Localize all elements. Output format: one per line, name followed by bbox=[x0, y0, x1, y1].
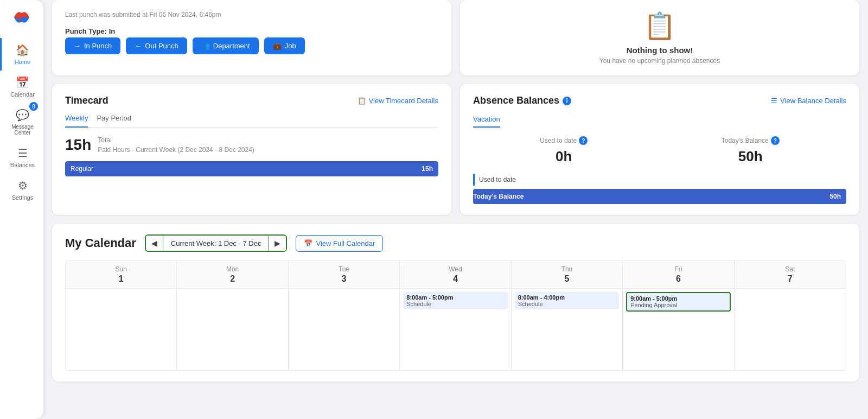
cal-day-num: 3 bbox=[291, 274, 397, 284]
todays-balance-value: 50h bbox=[722, 148, 780, 165]
balance-info-icon[interactable]: ? bbox=[771, 136, 780, 145]
job-icon: 💼 bbox=[273, 42, 282, 50]
view-full-calendar-button[interactable]: 📅 View Full Calendar bbox=[296, 235, 383, 252]
cal-day-sat: Sat 7 bbox=[735, 261, 846, 370]
week-navigator: ◀ Current Week: 1 Dec - 7 Dec ▶ bbox=[145, 234, 288, 252]
cal-day-name: Fri bbox=[625, 265, 731, 273]
bar-value: 15h bbox=[422, 165, 433, 173]
used-bar-label: Used to date bbox=[473, 174, 520, 186]
view-balance-link[interactable]: ☰ View Balance Details bbox=[771, 97, 846, 105]
cal-day-num: 4 bbox=[402, 274, 508, 284]
cal-day-name: Tue bbox=[291, 265, 397, 273]
absence-title: Absence Balances i bbox=[473, 95, 571, 106]
cal-day-body bbox=[735, 289, 846, 370]
message-icon: 💬 bbox=[16, 109, 29, 122]
nothing-title: Nothing to show! bbox=[627, 46, 693, 55]
todays-balance-label: Today's Balance ? bbox=[722, 136, 780, 145]
punch-buttons: → In Punch ← Out Punch 👥 Department 💼 Jo… bbox=[65, 37, 438, 54]
out-punch-button[interactable]: ← Out Punch bbox=[126, 37, 187, 54]
balance-bars: Used to date Today's Balance 50h bbox=[473, 174, 846, 204]
job-button[interactable]: 💼 Job bbox=[264, 37, 305, 54]
tab-pay-period[interactable]: Pay Period bbox=[97, 114, 131, 128]
cal-day-num: 1 bbox=[68, 274, 174, 284]
week-label: Current Week: 1 Dec - 7 Dec bbox=[163, 236, 270, 251]
prev-week-button[interactable]: ◀ bbox=[146, 236, 163, 251]
balance-link-icon: ☰ bbox=[771, 97, 777, 105]
cal-day-body: 9:00am - 5:00pm Pending Approval bbox=[623, 289, 733, 370]
tab-weekly[interactable]: Weekly bbox=[65, 114, 88, 128]
sidebar-item-calendar[interactable]: 📅 Calendar bbox=[0, 71, 43, 103]
cal-day-num: 6 bbox=[625, 274, 731, 284]
used-to-date-value: 0h bbox=[540, 148, 588, 165]
sidebar-item-balances[interactable]: ☰ Balances bbox=[0, 141, 43, 174]
cal-day-name: Wed bbox=[402, 265, 508, 273]
cal-day-name: Sun bbox=[68, 265, 174, 273]
sidebar-item-home[interactable]: 🏠 Home bbox=[0, 38, 43, 71]
department-button[interactable]: 👥 Department bbox=[193, 37, 259, 54]
used-to-date-label: Used to date ? bbox=[540, 136, 588, 145]
event-label: Pending Approval bbox=[630, 302, 726, 308]
cal-day-header: Fri 6 bbox=[623, 261, 733, 289]
today-balance-bar-label: Today's Balance bbox=[473, 193, 524, 200]
cal-day-header: Wed 4 bbox=[400, 261, 510, 289]
sidebar-item-settings[interactable]: ⚙ Settings bbox=[0, 174, 43, 206]
cal-day-mon: Mon 2 bbox=[177, 261, 288, 370]
in-punch-button[interactable]: → In Punch bbox=[65, 37, 120, 54]
cal-day-body bbox=[177, 289, 288, 370]
punch-card: Last punch was submitted at Fri 06 Nov 2… bbox=[52, 0, 451, 75]
punch-type-label: Punch Type: In bbox=[65, 27, 438, 35]
cal-event[interactable]: 8:00am - 4:00pm Schedule bbox=[515, 292, 619, 309]
cal-day-thu: Thu 5 8:00am - 4:00pm Schedule bbox=[512, 261, 623, 370]
today-bar-row: Today's Balance 50h bbox=[473, 189, 846, 204]
cal-day-header: Tue 3 bbox=[289, 261, 399, 289]
event-time: 8:00am - 4:00pm bbox=[518, 294, 616, 301]
cal-day-body: 8:00am - 5:00pm Schedule bbox=[400, 289, 510, 370]
cal-day-header: Sun 1 bbox=[66, 261, 176, 289]
calendar-icon: 📅 bbox=[16, 76, 29, 89]
today-balance-bar-value: 50h bbox=[829, 193, 841, 200]
timecard-link-icon: 📋 bbox=[358, 97, 366, 105]
timecard-hours: 15h Total Paid Hours - Current Week (2 D… bbox=[65, 136, 438, 154]
cal-day-wed: Wed 4 8:00am - 5:00pm Schedule bbox=[400, 261, 511, 370]
sidebar-label-messages: MessageCenter bbox=[11, 124, 34, 136]
timecard-header: Timecard 📋 View Timecard Details bbox=[65, 95, 438, 106]
cal-day-fri: Fri 6 9:00am - 5:00pm Pending Approval bbox=[623, 261, 734, 370]
calendar-section: My Calendar ◀ Current Week: 1 Dec - 7 De… bbox=[52, 224, 859, 382]
progress-fill: Regular 15h bbox=[65, 161, 438, 176]
punch-type-value: In bbox=[109, 27, 116, 35]
in-punch-icon: → bbox=[74, 42, 81, 50]
cal-day-num: 2 bbox=[179, 274, 285, 284]
timecard-progress-bar: Regular 15h bbox=[65, 161, 438, 176]
cal-event[interactable]: 9:00am - 5:00pm Pending Approval bbox=[626, 292, 730, 312]
main-content: Last punch was submitted at Fri 06 Nov 2… bbox=[43, 0, 868, 419]
timecard-title: Timecard bbox=[65, 95, 108, 106]
next-week-button[interactable]: ▶ bbox=[269, 236, 286, 251]
cal-day-body bbox=[66, 289, 176, 370]
sidebar-label-balances: Balances bbox=[10, 162, 35, 168]
cal-day-name: Sat bbox=[737, 265, 844, 273]
cal-day-num: 5 bbox=[514, 274, 620, 284]
nothing-sub: You have no upcoming planned absences bbox=[599, 57, 720, 65]
used-to-date-metric: Used to date ? 0h bbox=[540, 136, 588, 165]
todays-balance-metric: Today's Balance ? 50h bbox=[722, 136, 780, 165]
cal-event[interactable]: 8:00am - 5:00pm Schedule bbox=[403, 292, 507, 309]
sidebar-label-home: Home bbox=[15, 59, 30, 65]
total-label: Total bbox=[98, 136, 254, 144]
hours-value: 15h bbox=[65, 136, 91, 154]
nothing-icon: 📋 bbox=[643, 11, 676, 41]
vacation-tab[interactable]: Vacation bbox=[473, 115, 500, 128]
department-icon: 👥 bbox=[201, 42, 210, 50]
cal-day-header: Mon 2 bbox=[177, 261, 288, 289]
sidebar-item-messages[interactable]: 💬 8 MessageCenter bbox=[0, 103, 43, 141]
calendar-title: My Calendar bbox=[65, 236, 136, 250]
absence-header: Absence Balances i ☰ View Balance Detail… bbox=[473, 95, 846, 106]
cal-day-header: Thu 5 bbox=[512, 261, 622, 289]
timecard-card: Timecard 📋 View Timecard Details Weekly … bbox=[52, 84, 451, 215]
sidebar: 🏠 Home 📅 Calendar 💬 8 MessageCenter ☰ Ba… bbox=[0, 0, 43, 419]
cal-day-tue: Tue 3 bbox=[289, 261, 400, 370]
view-timecard-link[interactable]: 📋 View Timecard Details bbox=[358, 97, 438, 105]
cal-day-body: 8:00am - 4:00pm Schedule bbox=[512, 289, 622, 370]
absence-info-icon[interactable]: i bbox=[563, 97, 571, 105]
calendar-header: My Calendar ◀ Current Week: 1 Dec - 7 De… bbox=[65, 234, 846, 252]
used-info-icon[interactable]: ? bbox=[579, 136, 588, 145]
